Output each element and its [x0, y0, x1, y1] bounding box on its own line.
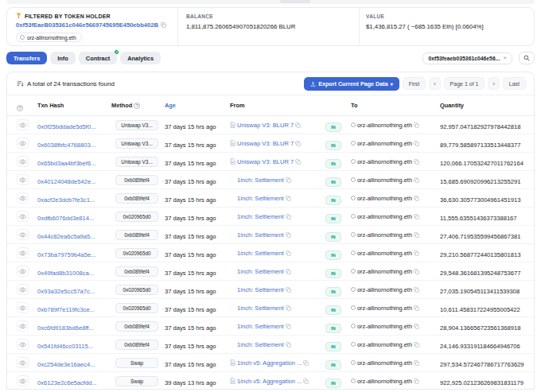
copy-icon[interactable] — [295, 141, 301, 146]
copy-icon[interactable] — [414, 196, 419, 201]
copy-icon[interactable] — [303, 378, 309, 384]
copy-icon[interactable] — [286, 177, 291, 183]
copy-icon[interactable] — [414, 141, 419, 146]
method-help-icon[interactable] — [134, 103, 140, 109]
txn-hash-link[interactable]: 0x6123e2c6e5acfdd... — [37, 379, 97, 386]
copy-icon[interactable] — [414, 159, 419, 165]
to-address[interactable]: orz-allinornothing.eth — [357, 378, 412, 385]
from-address-link[interactable]: 1inch: Settlement — [237, 177, 284, 184]
copy-icon[interactable] — [414, 305, 419, 311]
from-address-link[interactable]: 1inch: Settlement — [237, 305, 284, 312]
to-address[interactable]: orz-allinornothing.eth — [357, 213, 412, 220]
txn-hash-link[interactable]: 0xb789f7e119fc3ce... — [37, 306, 95, 313]
copy-icon[interactable] — [286, 342, 291, 347]
copy-icon[interactable] — [295, 122, 301, 128]
from-address-link[interactable]: 1inch: Settlement — [237, 286, 284, 293]
to-address[interactable]: orz-allinornothing.eth — [357, 177, 412, 184]
copy-icon[interactable] — [414, 360, 419, 366]
tab-contract[interactable]: Contract — [79, 52, 117, 64]
tab-analytics[interactable]: Analytics — [120, 52, 161, 64]
clear-filter-icon[interactable]: × — [503, 56, 507, 60]
from-address-link[interactable]: 1inch: Settlement — [237, 213, 284, 220]
copy-icon[interactable] — [286, 250, 291, 256]
preview-eye-icon[interactable] — [17, 211, 29, 222]
preview-eye-icon[interactable] — [17, 357, 29, 368]
last-page-button[interactable]: Last — [503, 77, 526, 90]
copy-icon[interactable] — [414, 177, 419, 183]
copy-icon[interactable] — [286, 324, 291, 329]
to-address[interactable]: orz-allinornothing.eth — [357, 305, 412, 312]
copy-icon[interactable] — [414, 269, 419, 274]
txn-hash-link[interactable]: 0x541fd46cc03115... — [37, 343, 93, 350]
copy-icon[interactable] — [161, 22, 166, 28]
to-address[interactable]: orz-allinornothing.eth — [357, 250, 412, 257]
to-address[interactable]: orz-allinornothing.eth — [357, 195, 412, 202]
from-address-link[interactable]: Uniswap V3: BLUR 7 — [237, 158, 294, 165]
copy-icon[interactable] — [286, 196, 291, 201]
copy-icon[interactable] — [286, 232, 291, 238]
copy-icon[interactable] — [414, 250, 419, 256]
txn-hash-link[interactable]: 0x49fad8b31008ca... — [37, 270, 94, 277]
from-address-link[interactable]: 1inch: Settlement — [237, 323, 284, 330]
copy-icon[interactable] — [414, 287, 419, 293]
to-address[interactable]: orz-allinornothing.eth — [357, 341, 412, 348]
header-help-icon[interactable] — [17, 105, 23, 111]
preview-eye-icon[interactable] — [17, 119, 29, 130]
from-address-link[interactable]: 1inch v5: Aggregation ... — [237, 378, 302, 385]
txn-hash-link[interactable]: 0xdfb6076dd3e814... — [37, 215, 94, 222]
preview-eye-icon[interactable] — [17, 156, 29, 167]
preview-eye-icon[interactable] — [17, 138, 29, 149]
header-age[interactable]: Age — [165, 102, 230, 109]
txn-hash-link[interactable]: 0x93a32e5cc57a7c... — [37, 288, 95, 295]
to-address[interactable]: orz-allinornothing.eth — [357, 286, 412, 293]
preview-eye-icon[interactable] — [17, 174, 29, 185]
copy-icon[interactable] — [414, 122, 419, 128]
copy-icon[interactable] — [303, 360, 309, 366]
from-address-link[interactable]: Uniswap V3: BLUR 7 — [237, 140, 294, 147]
copy-icon[interactable] — [414, 378, 419, 384]
copy-icon[interactable] — [286, 269, 291, 274]
preview-eye-icon[interactable] — [17, 247, 29, 258]
prev-page-button[interactable]: ‹ — [429, 77, 440, 90]
preview-eye-icon[interactable] — [17, 229, 29, 240]
txn-hash-link[interactable]: 0x0f25bddade5d5f0... — [37, 123, 95, 130]
to-address[interactable]: orz-allinornothing.eth — [357, 231, 412, 239]
from-address-link[interactable]: 1inch: Settlement — [237, 341, 284, 348]
txn-hash-link[interactable]: 0x65bd3aa4bf3bef6... — [37, 160, 95, 167]
copy-icon[interactable] — [414, 324, 419, 329]
from-address-link[interactable]: 1inch: Settlement — [237, 268, 284, 275]
txn-hash-link[interactable]: 0xacf2e3dcb7fe3c1... — [37, 196, 95, 204]
from-address-link[interactable]: 1inch: Settlement — [237, 195, 284, 202]
from-address-link[interactable]: 1inch v5: Aggregation ... — [237, 359, 302, 367]
preview-eye-icon[interactable] — [17, 339, 29, 350]
copy-icon[interactable] — [286, 305, 291, 311]
tab-info[interactable]: Info — [50, 52, 76, 64]
txn-hash-link[interactable]: 0xc6fd9183bd6e8ff... — [37, 324, 94, 332]
from-address-link[interactable]: 1inch: Settlement — [237, 250, 284, 257]
from-address-link[interactable]: 1inch: Settlement — [237, 231, 284, 239]
txn-hash-link[interactable]: 0x6038fbfc4768803... — [37, 142, 95, 149]
copy-icon[interactable] — [286, 214, 291, 219]
sort-filter-icon[interactable] — [17, 80, 24, 87]
preview-eye-icon[interactable] — [17, 284, 29, 295]
copy-icon[interactable] — [414, 214, 419, 219]
export-page-data-button[interactable]: Export Current Page Data ▾ — [304, 77, 399, 91]
preview-eye-icon[interactable] — [17, 192, 29, 204]
next-page-button[interactable]: › — [488, 77, 499, 90]
ens-name-tag[interactable]: orz-allinornothing.eth — [16, 33, 82, 42]
to-address[interactable]: orz-allinornothing.eth — [357, 359, 412, 367]
txn-hash-link[interactable]: 0x40124048de542e... — [37, 178, 95, 185]
to-address[interactable]: orz-allinornothing.eth — [357, 122, 412, 129]
preview-eye-icon[interactable] — [17, 302, 29, 313]
preview-eye-icon[interactable] — [17, 266, 29, 277]
txn-hash-link[interactable]: 0x73ba79759b4a5e... — [37, 251, 95, 258]
copy-icon[interactable] — [414, 232, 419, 238]
search-button[interactable] — [519, 52, 535, 64]
holder-address-link[interactable]: 0xf53fEaeB035361c046e5669745695E450ebb40… — [16, 21, 158, 29]
preview-eye-icon[interactable] — [17, 320, 29, 332]
txn-hash-link[interactable]: 0xc254de3e16aec4... — [37, 361, 95, 368]
to-address[interactable]: orz-allinornothing.eth — [357, 323, 412, 330]
tab-transfers[interactable]: Transfers — [6, 52, 47, 64]
txn-hash-link[interactable]: 0x44c82ea6c5a9a5... — [37, 233, 95, 240]
from-address-link[interactable]: Uniswap V3: BLUR 7 — [237, 122, 294, 129]
